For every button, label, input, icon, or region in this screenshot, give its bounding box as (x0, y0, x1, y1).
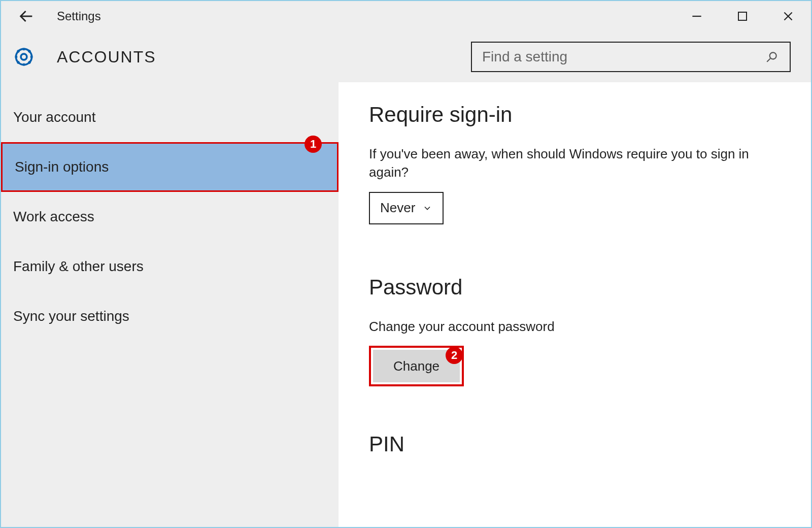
close-button[interactable] (765, 1, 811, 31)
section-password: Password Change your account password Ch… (369, 275, 781, 386)
maximize-button[interactable] (720, 1, 765, 31)
annotation-badge-1: 1 (304, 136, 322, 153)
sidebar-item-your-account[interactable]: Your account (1, 92, 339, 142)
sidebar-item-sync-your-settings[interactable]: Sync your settings (1, 291, 339, 341)
sidebar: Your account Sign-in options 1 Work acce… (1, 82, 339, 527)
sidebar-item-label: Work access (13, 209, 94, 225)
chevron-down-icon (422, 203, 432, 213)
require-signin-heading: Require sign-in (369, 103, 781, 127)
svg-line-8 (767, 58, 770, 62)
section-pin: PIN (369, 432, 781, 456)
sidebar-item-sign-in-options[interactable]: Sign-in options 1 (1, 142, 339, 192)
body: Your account Sign-in options 1 Work acce… (1, 82, 811, 527)
svg-point-5 (21, 54, 27, 60)
main-content: Require sign-in If you've been away, whe… (339, 82, 811, 527)
password-description: Change your account password (369, 317, 781, 336)
window-title: Settings (57, 9, 101, 23)
svg-point-6 (16, 49, 31, 64)
dropdown-value: Never (380, 200, 415, 216)
svg-rect-2 (738, 12, 747, 20)
search-input[interactable] (482, 49, 764, 65)
sidebar-item-label: Sync your settings (13, 308, 129, 324)
gear-icon (11, 44, 37, 70)
sidebar-item-label: Your account (13, 109, 95, 125)
titlebar: Settings (1, 1, 811, 31)
annotation-badge-2: 2 (446, 347, 463, 364)
search-box[interactable] (471, 42, 791, 72)
settings-window: Settings ACCOUNTS (0, 0, 812, 528)
minimize-button[interactable] (674, 1, 720, 31)
require-signin-description: If you've been away, when should Windows… (369, 145, 781, 182)
sidebar-item-family-other-users[interactable]: Family & other users (1, 242, 339, 291)
require-signin-dropdown[interactable]: Never (369, 192, 444, 224)
password-heading: Password (369, 275, 781, 300)
header: ACCOUNTS (1, 31, 811, 82)
svg-point-7 (770, 52, 776, 59)
sidebar-item-work-access[interactable]: Work access (1, 192, 339, 242)
sidebar-item-label: Sign-in options (15, 159, 109, 175)
sidebar-item-label: Family & other users (13, 258, 144, 275)
section-require-signin: Require sign-in If you've been away, whe… (369, 103, 781, 224)
section-title: ACCOUNTS (57, 48, 156, 67)
search-icon (764, 49, 780, 64)
back-button[interactable] (16, 6, 37, 26)
window-controls (674, 1, 811, 31)
change-button-highlight: Change 2 (369, 346, 464, 386)
pin-heading: PIN (369, 432, 781, 456)
